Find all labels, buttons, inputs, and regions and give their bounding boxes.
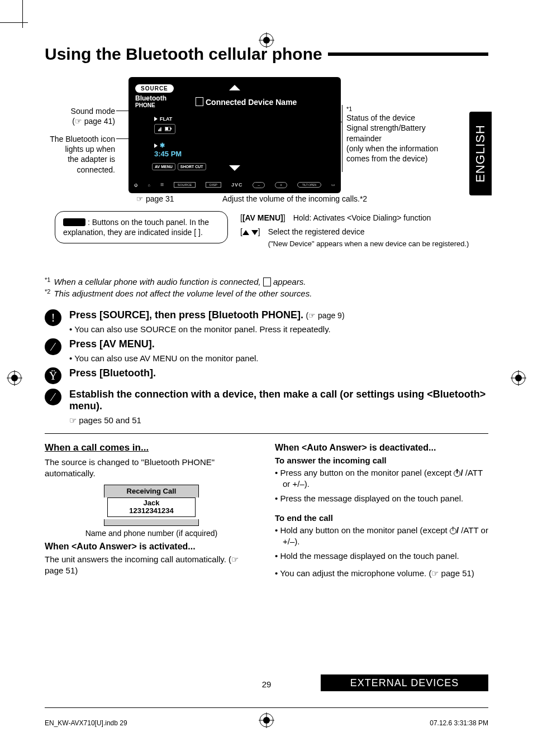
left-column: When a call comes in... The source is ch…: [45, 442, 258, 582]
to-answer-heading: To answer the incoming call: [275, 455, 488, 466]
av-menu-button[interactable]: AV MENU: [152, 163, 175, 170]
page-number: 29: [262, 680, 272, 689]
footer-timestamp: 07.12.6 3:31:38 PM: [430, 719, 488, 727]
volume-minus-button[interactable]: –: [253, 182, 265, 188]
panel-end-icon: ▭: [331, 183, 335, 187]
monitor-panel-strip: ⏻ ⌂ ☰ SOURCE DISP JVC – + TILT OPEN ▭: [134, 180, 335, 190]
shortcut-button[interactable]: SHORT CUT: [178, 163, 206, 170]
source-button[interactable]: SOURCE: [135, 84, 174, 93]
signal-battery-icon: [154, 124, 175, 134]
section-footer: EXTERNAL DEVICES: [321, 674, 488, 691]
step-1: ! Press [SOURCE], then press [Bluetooth …: [45, 309, 488, 334]
device-diagram: Sound mode (☞ page 41) The Bluetooth ico…: [45, 69, 488, 270]
footnotes: *1 When a cellular phone with audio func…: [45, 276, 488, 299]
source-hard-button[interactable]: SOURCE: [174, 182, 196, 188]
audio-phone-icon: [263, 277, 271, 286]
footer-file: EN_KW-AVX710[U].indb 29: [45, 719, 127, 727]
callout-bluetooth-icon: The Bluetooth icon lights up when the ad…: [42, 134, 115, 175]
steps-list: ! Press [SOURCE], then press [Bluetooth …: [45, 309, 488, 425]
list-item: Hold the message displayed on the touch …: [275, 551, 488, 562]
power-icon: [454, 470, 460, 477]
jvc-logo: JVC: [231, 182, 243, 188]
step-number-icon: Ÿ: [45, 367, 61, 384]
home-icon[interactable]: ⌂: [148, 183, 150, 187]
connected-device-name: Connected Device Name: [196, 97, 297, 107]
auto-answer-deactivated-heading: When <Auto Answer> is deactivated...: [275, 442, 488, 454]
clock-display: 3:45 PM: [154, 150, 182, 158]
page-31-ref: ☞ page 31: [136, 194, 174, 203]
receiving-call-display: Receiving Call Jack 12312341234: [104, 485, 199, 525]
crop-mark: [22, 0, 23, 28]
power-att-icon[interactable]: ⏻: [134, 183, 138, 187]
power-icon: [450, 528, 456, 534]
receiving-call-caption: Name and phone number (if acquired): [45, 528, 258, 539]
page-title: Using the Bluetooth cellular phone: [45, 45, 488, 64]
step-number-icon: ⁄: [45, 338, 61, 355]
up-button-icon[interactable]: [229, 85, 240, 90]
crop-mark: [0, 22, 28, 23]
callout-line: [342, 105, 342, 172]
step-number-icon: ⁄: [45, 389, 61, 405]
step-4: ⁄ Establish the connection with a device…: [45, 389, 488, 425]
list-item: You can adjust the microphone volume. (☞…: [275, 568, 488, 579]
step-3: Ÿ Press [Bluetooth].: [45, 367, 488, 384]
list-item: Press any button on the monitor panel (e…: [275, 467, 488, 490]
head-unit-screen: SOURCE Bluetooth PHONE Connected Device …: [129, 77, 341, 193]
sound-mode-value: FLAT: [154, 116, 172, 122]
registration-mark-icon: [259, 712, 274, 728]
menu-icon[interactable]: ☰: [160, 183, 164, 187]
down-button-icon[interactable]: [229, 165, 240, 171]
svg-rect-13: [170, 128, 172, 130]
registration-mark-icon: [7, 370, 22, 386]
svg-rect-14: [165, 127, 168, 130]
footer-divider: [45, 707, 488, 708]
divider: [45, 433, 488, 434]
callout-sound-mode: Sound mode (☞ page 41): [42, 106, 115, 126]
up-down-key-label: [ ]: [240, 226, 260, 250]
button-keycap-icon: [63, 218, 85, 226]
volume-plus-button[interactable]: +: [275, 182, 287, 188]
button-function-list: [[AV MENU]] Hold: Activates <Voice Diali…: [240, 212, 469, 252]
to-end-heading: To end the call: [275, 513, 488, 524]
av-menu-key-label: [[AV MENU]]: [240, 212, 285, 224]
step-number-icon: !: [45, 309, 61, 326]
volume-adjust-note: Adjust the volume of the incoming calls.…: [222, 194, 367, 203]
right-column: When <Auto Answer> is deactivated... To …: [275, 442, 488, 582]
touch-panel-button-note: : Buttons on the touch panel. In the exp…: [55, 211, 228, 243]
when-call-comes-in-heading: When a call comes in...: [45, 442, 258, 454]
registration-mark-icon: [511, 370, 526, 386]
auto-answer-activated-heading: When <Auto Answer> is activated...: [45, 540, 258, 553]
tilt-open-button[interactable]: TILT OPEN: [297, 182, 321, 188]
step-2: ⁄ Press [AV MENU]. You can also use AV M…: [45, 338, 488, 363]
up-triangle-icon: [242, 230, 249, 235]
callout-device-status: *1 Status of the device Signal strength/…: [346, 105, 464, 164]
disp-hard-button[interactable]: DISP: [206, 182, 221, 188]
down-triangle-icon: [251, 230, 258, 235]
bluetooth-icon: ✱: [154, 142, 165, 149]
list-item: Hold any button on the monitor panel (ex…: [275, 525, 488, 548]
list-item: Press the message displayed on the touch…: [275, 493, 488, 504]
